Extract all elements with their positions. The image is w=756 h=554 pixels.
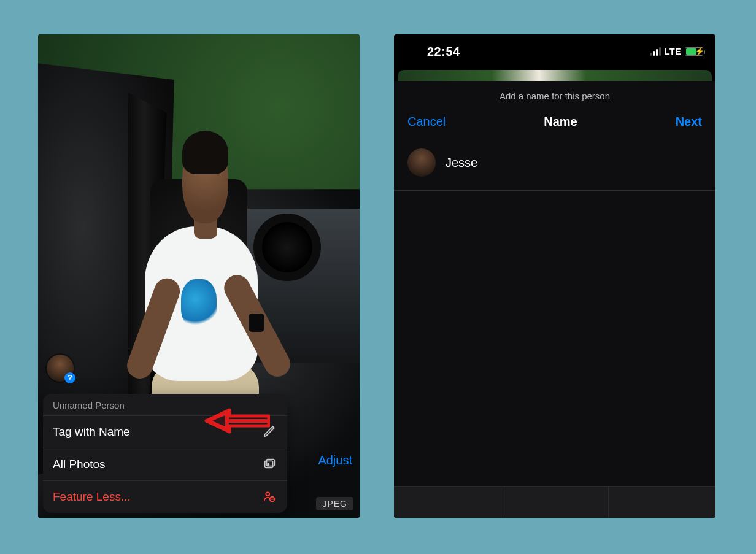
suggestion-slot[interactable] [394,487,501,518]
next-button[interactable]: Next [676,115,702,129]
name-entry-row [394,135,716,190]
context-menu-header: Unnamed Person [43,394,287,415]
phone-right: 22:54 LTE ⚡ Add a name for this person C… [394,34,716,518]
menu-item-feature-less[interactable]: Feature Less... [43,480,287,513]
photo-person-hair [182,131,228,174]
status-time: 22:54 [406,45,460,59]
network-label: LTE [665,47,681,56]
status-bar: 22:54 LTE ⚡ [394,34,716,69]
page-stage: ? Adjust JPEG Unnamed Person Tag with Na… [0,0,756,554]
svg-point-2 [268,464,269,466]
svg-point-3 [266,492,269,496]
name-input[interactable] [446,156,702,170]
suggestion-slot[interactable] [609,487,716,518]
name-sheet: Add a name for this person Cancel Name N… [394,81,716,518]
sheet-hint: Add a name for this person [394,81,716,115]
battery-icon: ⚡ [685,47,703,56]
menu-item-label: Tag with Name [53,425,130,439]
context-menu: Unnamed Person Tag with Name All Photos … [43,394,287,513]
stacked-photos-icon [263,457,277,472]
charging-bolt-icon: ⚡ [695,47,704,56]
separator [394,190,716,191]
menu-item-all-photos[interactable]: All Photos [43,448,287,480]
cancel-button[interactable]: Cancel [407,115,446,129]
status-right: LTE ⚡ [650,47,703,56]
menu-item-label: Feature Less... [53,490,131,504]
face-chip-unknown-badge: ? [64,372,75,383]
menu-item-label: All Photos [53,458,106,471]
keyboard-suggestion-bar[interactable] [394,486,716,518]
jpeg-badge: JPEG [316,497,353,510]
sheet-title: Name [544,115,577,129]
person-minus-icon [263,490,277,504]
photo-person-watch [249,314,264,332]
cellular-signal-icon [650,47,661,56]
menu-item-tag-with-name[interactable]: Tag with Name [43,415,287,448]
sheet-nav: Cancel Name Next [394,115,716,135]
face-chip[interactable]: ? [47,355,74,382]
avatar[interactable] [407,148,436,177]
adjust-button[interactable]: Adjust [318,453,352,467]
suggestion-slot[interactable] [501,487,609,518]
photo-person [134,121,279,431]
pencil-icon [263,425,277,439]
photo-strip-preview [398,70,712,81]
phone-left: ? Adjust JPEG Unnamed Person Tag with Na… [38,34,360,518]
